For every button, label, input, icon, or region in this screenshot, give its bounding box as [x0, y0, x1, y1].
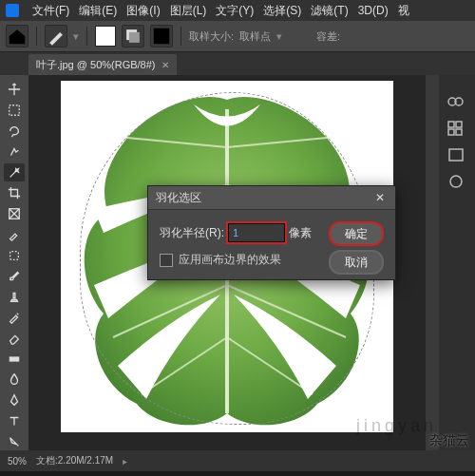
type-tool-icon[interactable] [4, 412, 25, 430]
apply-canvas-checkbox[interactable] [160, 254, 173, 267]
adjust-panel-icon[interactable] [447, 147, 466, 164]
libraries-panel-icon[interactable] [447, 174, 466, 191]
close-icon[interactable]: ✕ [162, 60, 169, 70]
blur-tool-icon[interactable] [4, 371, 25, 389]
svg-rect-12 [456, 129, 462, 135]
feather-dialog: 羽化选区 ✕ 羽化半径(R): 像素 确定 取消 应用画布边界的效果 [147, 185, 396, 280]
watermark: 杂猫云 [429, 432, 469, 449]
lasso-tool-icon[interactable] [4, 123, 25, 141]
pen-tool-icon[interactable] [4, 391, 25, 409]
ok-button[interactable]: 确定 [329, 221, 384, 246]
radius-input[interactable] [228, 223, 285, 242]
menu-filter[interactable]: 滤镜(T) [311, 3, 348, 19]
menu-image[interactable]: 图像(I) [126, 3, 160, 19]
doc-tab-label: 叶子.jpg @ 50%(RGB/8#) [36, 58, 156, 72]
dialog-title: 羽化选区 [156, 190, 201, 206]
svg-rect-1 [129, 32, 140, 43]
svg-rect-3 [10, 105, 20, 116]
menu-edit[interactable]: 编辑(E) [79, 3, 117, 19]
watermark-faint: jingyan [356, 416, 437, 436]
svg-rect-2 [154, 29, 170, 45]
sample-size-label: 取样大小: [189, 29, 234, 44]
menu-3d[interactable]: 3D(D) [358, 4, 389, 17]
checkbox-label: 应用画布边界的效果 [179, 252, 281, 268]
radius-label: 羽化半径(R): [160, 225, 224, 241]
toolbox [0, 75, 28, 450]
svg-rect-13 [449, 149, 463, 161]
tolerance-label: 容差: [316, 29, 340, 44]
menu-select[interactable]: 选择(S) [263, 3, 301, 19]
menu-bar: 文件(F) 编辑(E) 图像(I) 图层(L) 文字(Y) 选择(S) 滤镜(T… [0, 0, 475, 21]
menu-file[interactable]: 文件(F) [32, 3, 69, 19]
marquee-tool-icon[interactable] [4, 102, 25, 120]
menu-type[interactable]: 文字(Y) [216, 3, 254, 19]
layers-icon[interactable] [122, 25, 144, 48]
svg-rect-9 [448, 122, 454, 127]
svg-rect-5 [10, 251, 19, 259]
doc-tabbar: 叶子.jpg @ 50%(RGB/8#) ✕ [0, 52, 475, 75]
svg-point-14 [450, 176, 462, 187]
color-panel-icon[interactable] [447, 94, 466, 111]
tool-preset-icon[interactable] [45, 25, 67, 48]
home-icon[interactable] [6, 25, 28, 48]
quick-select-tool-icon[interactable] [4, 143, 25, 161]
options-bar: ▾ 取样大小: 取样点 ▾ 容差: [0, 21, 475, 52]
eraser-tool-icon[interactable] [4, 329, 25, 347]
eyedropper-tool-icon[interactable] [4, 225, 25, 243]
scrollbar-vertical[interactable] [426, 75, 439, 450]
close-icon[interactable]: ✕ [372, 190, 388, 205]
doc-tab[interactable]: 叶子.jpg @ 50%(RGB/8#) ✕ [28, 54, 177, 75]
panel-dock [439, 75, 475, 450]
sample-swatch[interactable] [95, 26, 116, 47]
doc-info: 文档:2.20M/2.17M [36, 454, 113, 467]
cancel-button[interactable]: 取消 [329, 250, 384, 275]
crop-tool-icon[interactable] [4, 184, 25, 202]
sample-size-value[interactable]: 取样点 [239, 29, 271, 44]
app-logo-icon [6, 4, 19, 17]
magic-wand-tool-icon[interactable] [4, 163, 25, 181]
path-tool-icon[interactable] [4, 432, 25, 450]
status-bar: 50% 文档:2.20M/2.17M ▸ [0, 450, 475, 471]
unit-label: 像素 [289, 225, 312, 241]
menu-view[interactable]: 视 [398, 3, 409, 19]
sample-all-icon[interactable] [150, 25, 173, 48]
stamp-tool-icon[interactable] [4, 288, 25, 306]
brush-tool-icon[interactable] [4, 267, 25, 285]
swatches-panel-icon[interactable] [447, 121, 466, 138]
svg-rect-11 [448, 129, 454, 135]
svg-rect-6 [10, 356, 20, 361]
menu-layer[interactable]: 图层(L) [170, 3, 207, 19]
move-tool-icon[interactable] [4, 81, 25, 99]
frame-tool-icon[interactable] [4, 205, 25, 223]
svg-rect-10 [456, 122, 462, 127]
history-brush-icon[interactable] [4, 309, 25, 327]
heal-tool-icon[interactable] [4, 246, 25, 264]
zoom-level[interactable]: 50% [8, 456, 27, 466]
gradient-tool-icon[interactable] [4, 350, 25, 368]
